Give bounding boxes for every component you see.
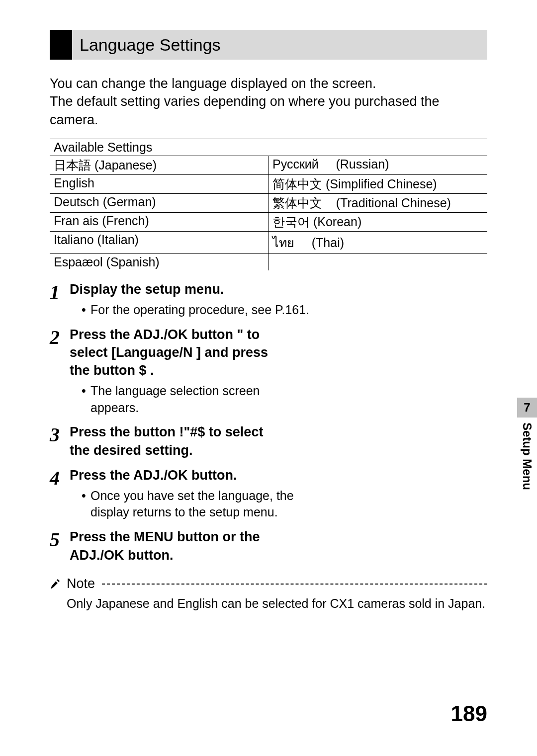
table-row: Italiano (Italian)ไทย (Thai) [50,232,487,254]
step-body: Press the button !"#$ to select the desi… [70,423,487,459]
table-cell: 简体中文 (Simplified Chinese) [268,175,487,193]
intro-text: You can change the language displayed on… [50,75,487,129]
table-row: 日本語 (Japanese)Русский (Russian) [50,156,487,175]
table-row: English简体中文 (Simplified Chinese) [50,175,487,194]
table-header: Available Settings [50,139,487,156]
table-cell: Espaæol (Spanish) [50,254,268,270]
step: 3Press the button !"#$ to select the des… [50,423,487,459]
step-number: 4 [50,468,70,521]
step-bullet: The language selection screen appears. [82,383,295,417]
step-number: 5 [50,530,70,564]
step-bullet: For the operating procedure, see P.161. [82,302,487,319]
side-tab: 7 Setup Menu [517,398,537,490]
page-number: 189 [451,701,487,726]
page: Language Settings You can change the lan… [0,0,537,756]
chapter-title: Setup Menu [520,422,534,490]
steps-list: 1Display the setup menu.For the operatin… [50,280,487,564]
table-cell: 日本語 (Japanese) [50,156,268,174]
step-body: Press the MENU button or the ADJ./OK but… [70,528,487,564]
note-text: Only Japanese and English can be selecte… [67,595,487,612]
note-header: Note [50,576,487,591]
step-title: Press the button !"#$ to select the desi… [70,423,283,459]
section-title-bar: Language Settings [50,30,487,60]
step-title: Press the MENU button or the ADJ./OK but… [70,528,283,564]
table-cell: English [50,175,268,193]
table-row: Fran ais (French)한국어 (Korean) [50,213,487,232]
chapter-number-box: 7 [517,398,537,418]
table-cell: Русский (Russian) [268,156,487,174]
step-bullet: Once you have set the language, the disp… [82,488,295,521]
step-title: Display the setup menu. [70,280,487,298]
table-cell: Deutsch (German) [50,194,268,212]
step-body: Display the setup menu.For the operating… [70,280,487,318]
table-cell: 繁体中文 (Traditional Chinese) [268,194,487,212]
table-cell: Italiano (Italian) [50,232,268,253]
step: 1Display the setup menu.For the operatin… [50,280,487,318]
available-settings-table: Available Settings 日本語 (Japanese)Русский… [50,139,487,270]
step-title: Press the ADJ./OK button " to select [La… [70,326,283,380]
section-title: Language Settings [80,35,221,55]
step-number: 3 [50,425,70,459]
title-block-icon [50,30,72,60]
step-bullets: The language selection screen appears. [82,383,295,417]
step-bullets: For the operating procedure, see P.161. [82,302,487,319]
step-title: Press the ADJ./OK button. [70,466,283,484]
step-number: 2 [50,328,70,417]
table-row: Deutsch (German)繁体中文 (Traditional Chines… [50,194,487,213]
table-cell [268,254,487,270]
step: 2Press the ADJ./OK button " to select [L… [50,326,487,417]
step: 5Press the MENU button or the ADJ./OK bu… [50,528,487,564]
step-bullets: Once you have set the language, the disp… [82,488,295,521]
table-row: Espaæol (Spanish) [50,254,487,270]
table-cell: Fran ais (French) [50,213,268,231]
table-cell: ไทย (Thai) [268,232,487,253]
note-label: Note [67,576,95,591]
step-number: 1 [50,282,70,318]
note-section: Note Only Japanese and English can be se… [50,576,487,612]
step-body: Press the ADJ./OK button " to select [La… [70,326,487,417]
note-dash-line [102,584,487,585]
table-cell: 한국어 (Korean) [268,213,487,231]
step-body: Press the ADJ./OK button.Once you have s… [70,466,487,521]
note-icon [50,578,62,590]
step: 4Press the ADJ./OK button.Once you have … [50,466,487,521]
